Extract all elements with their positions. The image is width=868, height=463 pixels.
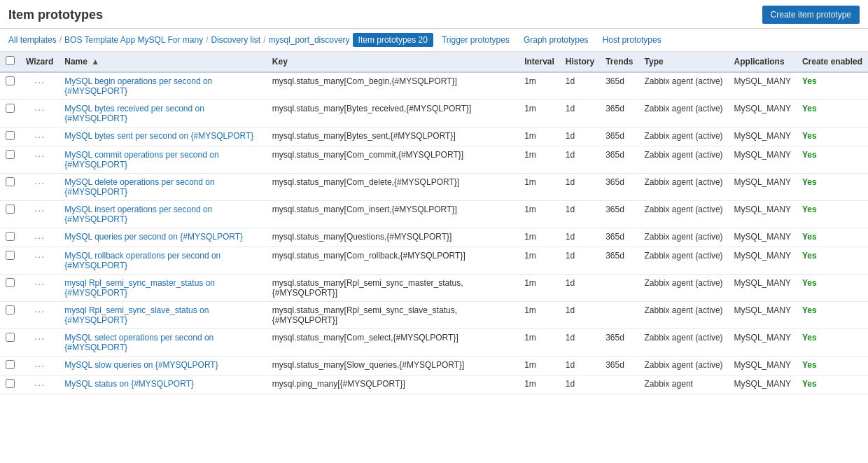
active-tab-badge[interactable]: Item prototypes 20	[353, 33, 433, 47]
row-wizard-cell[interactable]: ···	[20, 127, 59, 146]
row-actions-dots[interactable]: ···	[34, 232, 45, 243]
row-actions-dots[interactable]: ···	[34, 305, 45, 317]
row-checkbox[interactable]	[6, 333, 15, 342]
row-checkbox-cell[interactable]	[0, 275, 20, 302]
row-checkbox-cell[interactable]	[0, 329, 20, 357]
row-actions-dots[interactable]: ···	[34, 205, 45, 216]
select-all-checkbox[interactable]	[6, 56, 15, 65]
row-actions-dots[interactable]: ···	[34, 333, 45, 344]
row-name-link[interactable]: MySQL delete operations per second on {#…	[64, 177, 214, 197]
row-wizard-cell[interactable]: ···	[20, 329, 59, 357]
row-checkbox-cell[interactable]	[0, 357, 20, 375]
name-header[interactable]: Name ▲	[59, 52, 267, 72]
row-wizard-cell[interactable]: ···	[20, 357, 59, 375]
row-name-link[interactable]: MySQL bytes received per second on {#MYS…	[64, 104, 204, 123]
row-wizard-cell[interactable]: ···	[20, 174, 59, 201]
row-actions-dots[interactable]: ···	[34, 104, 45, 115]
row-checkbox[interactable]	[6, 360, 15, 369]
row-create-enabled-cell[interactable]: Yes	[797, 72, 868, 100]
graph-prototypes-tab[interactable]: Graph prototypes	[518, 33, 594, 47]
row-create-enabled-link[interactable]: Yes	[802, 76, 817, 86]
row-actions-dots[interactable]: ···	[34, 379, 45, 390]
row-wizard-cell[interactable]: ···	[20, 275, 59, 302]
row-name-link[interactable]: MySQL insert operations per second on {#…	[64, 205, 212, 224]
row-create-enabled-link[interactable]: Yes	[802, 205, 817, 214]
row-create-enabled-cell[interactable]: Yes	[797, 375, 868, 394]
row-actions-dots[interactable]: ···	[34, 177, 45, 188]
row-create-enabled-cell[interactable]: Yes	[797, 247, 868, 275]
row-create-enabled-cell[interactable]: Yes	[797, 302, 868, 329]
trigger-prototypes-tab[interactable]: Trigger prototypes	[436, 33, 515, 47]
select-all-header[interactable]	[0, 52, 20, 72]
row-checkbox-cell[interactable]	[0, 228, 20, 247]
row-create-enabled-link[interactable]: Yes	[802, 278, 817, 288]
row-checkbox-cell[interactable]	[0, 146, 20, 174]
row-actions-dots[interactable]: ···	[34, 76, 45, 88]
row-wizard-cell[interactable]: ···	[20, 247, 59, 275]
row-create-enabled-link[interactable]: Yes	[802, 177, 817, 187]
row-create-enabled-cell[interactable]: Yes	[797, 174, 868, 201]
all-templates-link[interactable]: All templates	[8, 35, 57, 45]
row-checkbox[interactable]	[6, 177, 15, 186]
row-name-link[interactable]: MySQL commit operations per second on {#…	[64, 150, 218, 170]
row-name-link[interactable]: MySQL rollback operations per second on …	[64, 251, 220, 270]
row-create-enabled-link[interactable]: Yes	[802, 232, 817, 242]
row-checkbox[interactable]	[6, 251, 15, 260]
row-checkbox-cell[interactable]	[0, 127, 20, 146]
row-wizard-cell[interactable]: ···	[20, 100, 59, 127]
row-create-enabled-cell[interactable]: Yes	[797, 100, 868, 127]
row-name-link[interactable]: MySQL slow queries on {#MYSQLPORT}	[64, 360, 218, 370]
row-checkbox[interactable]	[6, 232, 15, 241]
row-wizard-cell[interactable]: ···	[20, 201, 59, 228]
row-name-link[interactable]: MySQL begin operations per second on {#M…	[64, 76, 212, 96]
row-checkbox[interactable]	[6, 104, 15, 113]
row-create-enabled-cell[interactable]: Yes	[797, 201, 868, 228]
row-name-link[interactable]: mysql Rpl_semi_sync_master_status on {#M…	[64, 278, 215, 298]
row-name-link[interactable]: MySQL queries per second on {#MYSQLPORT}	[64, 232, 243, 242]
template-link[interactable]: BOS Template App MySQL For many	[64, 35, 203, 45]
row-create-enabled-link[interactable]: Yes	[802, 360, 817, 370]
row-actions-dots[interactable]: ···	[34, 251, 45, 262]
row-create-enabled-link[interactable]: Yes	[802, 379, 817, 389]
row-create-enabled-cell[interactable]: Yes	[797, 275, 868, 302]
row-actions-dots[interactable]: ···	[34, 131, 45, 142]
row-create-enabled-link[interactable]: Yes	[802, 333, 817, 343]
row-create-enabled-link[interactable]: Yes	[802, 150, 817, 160]
row-checkbox[interactable]	[6, 379, 15, 388]
row-wizard-cell[interactable]: ···	[20, 228, 59, 247]
row-actions-dots[interactable]: ···	[34, 278, 45, 289]
host-prototypes-tab[interactable]: Host prototypes	[597, 33, 667, 47]
row-name-link[interactable]: mysql Rpl_semi_sync_slave_status on {#MY…	[64, 305, 209, 325]
row-checkbox[interactable]	[6, 131, 15, 140]
row-checkbox[interactable]	[6, 278, 15, 287]
row-wizard-cell[interactable]: ···	[20, 375, 59, 394]
row-wizard-cell[interactable]: ···	[20, 72, 59, 100]
row-wizard-cell[interactable]: ···	[20, 302, 59, 329]
row-checkbox-cell[interactable]	[0, 375, 20, 394]
create-item-prototype-button[interactable]: Create item prototype	[762, 6, 860, 24]
row-name-link[interactable]: MySQL select operations per second on {#…	[64, 333, 214, 352]
row-create-enabled-cell[interactable]: Yes	[797, 127, 868, 146]
row-create-enabled-cell[interactable]: Yes	[797, 357, 868, 375]
row-wizard-cell[interactable]: ···	[20, 146, 59, 174]
row-checkbox-cell[interactable]	[0, 302, 20, 329]
row-checkbox-cell[interactable]	[0, 72, 20, 100]
row-create-enabled-link[interactable]: Yes	[802, 131, 817, 141]
row-checkbox[interactable]	[6, 205, 15, 214]
row-create-enabled-cell[interactable]: Yes	[797, 329, 868, 357]
row-create-enabled-link[interactable]: Yes	[802, 104, 817, 113]
row-checkbox-cell[interactable]	[0, 100, 20, 127]
row-checkbox[interactable]	[6, 150, 15, 159]
row-create-enabled-cell[interactable]: Yes	[797, 228, 868, 247]
row-create-enabled-link[interactable]: Yes	[802, 251, 817, 261]
row-actions-dots[interactable]: ···	[34, 150, 45, 161]
row-checkbox-cell[interactable]	[0, 247, 20, 275]
row-checkbox-cell[interactable]	[0, 201, 20, 228]
row-checkbox-cell[interactable]	[0, 174, 20, 201]
row-checkbox[interactable]	[6, 76, 15, 85]
discovery-rule-link[interactable]: mysql_port_discovery	[269, 35, 350, 45]
row-name-link[interactable]: MySQL status on {#MYSQLPORT}	[64, 379, 194, 389]
row-checkbox[interactable]	[6, 305, 15, 315]
discovery-list-link[interactable]: Discovery list	[211, 35, 260, 45]
row-actions-dots[interactable]: ···	[34, 360, 45, 371]
